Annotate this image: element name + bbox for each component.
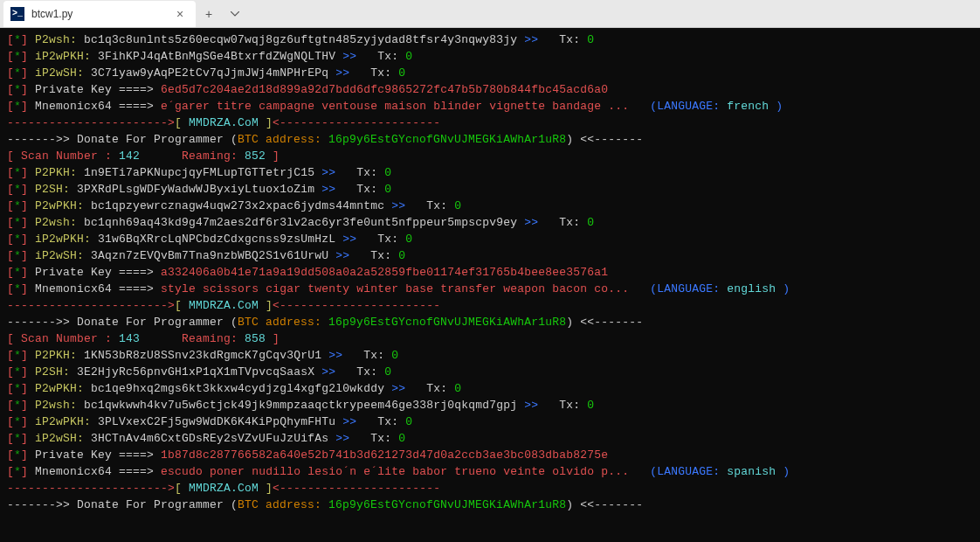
terminal-line: [*] Private Key ====> a332406a0b41e71a9a…: [7, 264, 973, 281]
terminal-line: [ Scan Number : 142 Reaming: 852 ]: [7, 148, 973, 164]
powershell-icon: >_: [10, 7, 24, 21]
terminal-output: [*] P2wsh: bc1q3c8unlnts5z60ecqw07wqj8gz…: [0, 28, 980, 542]
terminal-line: ------->> Donate For Programmer (BTC add…: [7, 314, 973, 330]
terminal-line: [*] P2wsh: bc1qnh69aq43kd9g47m2aes2df6r3…: [7, 214, 973, 231]
terminal-window: >_ btcw1.py × + [*] P2wsh: bc1q3c8unlnts…: [0, 0, 980, 542]
terminal-line: ----------------------->[ MMDRZA.CoM ]<-…: [7, 480, 973, 497]
titlebar: >_ btcw1.py × +: [0, 0, 980, 28]
terminal-line: [*] P2SH: 3E2HjyRc56pnvGH1xP1qX1mTVpvcqS…: [7, 364, 973, 380]
terminal-line: [*] Mnemonicx64 ====> style scissors cig…: [7, 281, 973, 297]
tab-title: btcw1.py: [31, 8, 173, 20]
terminal-line: [*] P2wPKH: bc1qe9hxq2mgs6kt3kkxw4cydjzg…: [7, 380, 973, 397]
terminal-line: ----------------------->[ MMDRZA.CoM ]<-…: [7, 115, 973, 131]
terminal-line: ------->> Donate For Programmer (BTC add…: [7, 131, 973, 148]
terminal-line: [*] iP2wSH: 3HCTnAv4m6CxtGDsREy2sVZvUFuJ…: [7, 430, 973, 447]
terminal-line: ------->> Donate For Programmer (BTC add…: [7, 497, 973, 513]
close-icon[interactable]: ×: [173, 7, 187, 21]
terminal-line: [*] iP2wPKH: 3FihKPJ4qAtBnMgSGe4BtxrfdZW…: [7, 48, 973, 65]
terminal-line: [*] P2PKH: 1KN53bR8zU8SSnv23kdRgmcK7gCqv…: [7, 347, 973, 364]
terminal-line: [*] iP2wSH: 3C71yaw9yAqPE2tCv7qJjmJWj4mN…: [7, 65, 973, 81]
terminal-line: [*] Mnemonicx64 ====> e´garer titre camp…: [7, 98, 973, 115]
terminal-line: [*] P2wsh: bc1qwkwwh4kv7u5w6ctjck49jk9mm…: [7, 397, 973, 413]
terminal-line: [ Scan Number : 143 Reaming: 858 ]: [7, 330, 973, 347]
new-tab-button[interactable]: +: [196, 1, 222, 27]
terminal-line: [*] iP2wSH: 3Aqzn7zEVQvBm7Tna9nzbWBQ2S1v…: [7, 247, 973, 264]
terminal-line: [*] P2wsh: bc1q3c8unlnts5z60ecqw07wqj8gz…: [7, 31, 973, 48]
terminal-line: [*] P2SH: 3PXRdPLsgWDFyWadwWJByxiyLtuox1…: [7, 181, 973, 198]
active-tab[interactable]: >_ btcw1.py ×: [3, 1, 196, 27]
terminal-line: [*] P2wPKH: bc1qpzyewrcznagw4uqw273x2xpa…: [7, 198, 973, 214]
terminal-line: [*] Mnemonicx64 ====> escudo poner nudil…: [7, 463, 973, 480]
terminal-line: [*] P2PKH: 1n9ETi7aPKNupcjqyFMLupTGTTetr…: [7, 164, 973, 181]
tab-dropdown-button[interactable]: [222, 1, 248, 27]
terminal-line: ----------------------->[ MMDRZA.CoM ]<-…: [7, 297, 973, 314]
terminal-line: [*] iP2wPKH: 3PLVxexC2Fj5gw9WdDK6K4KiPpQ…: [7, 413, 973, 430]
terminal-line: [*] iP2wPKH: 31w6BqXRrcLqNPCbdzCdxgcnss9…: [7, 231, 973, 247]
terminal-line: [*] Private Key ====> 1b87d8c287766582a6…: [7, 447, 973, 463]
terminal-line: [*] Private Key ====> 6ed5d7c204ae2d18d8…: [7, 81, 973, 98]
